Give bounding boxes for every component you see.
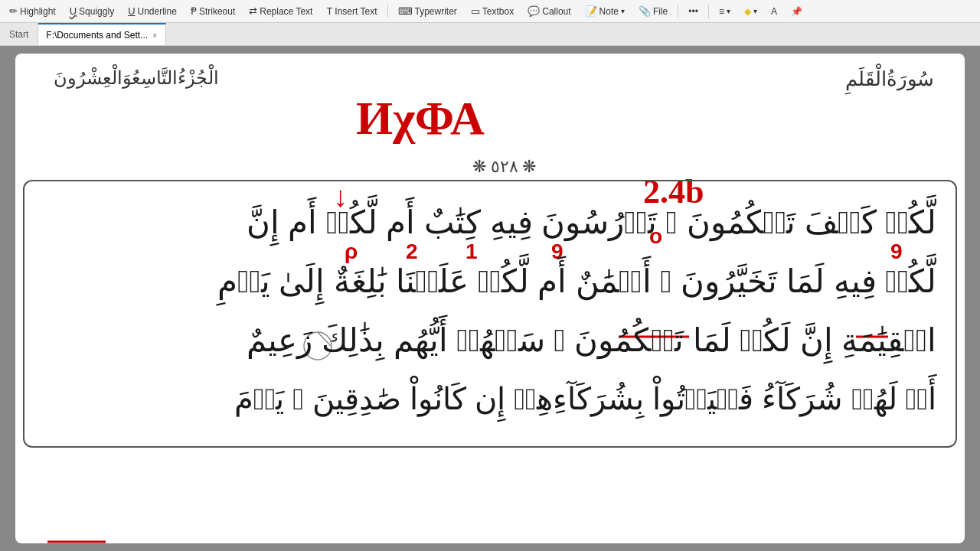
note-icon: 📝: [585, 5, 597, 17]
replace-text-icon: ⇄: [249, 5, 257, 17]
highlight-label: Highlight: [20, 6, 56, 17]
pin-icon: 📌: [791, 6, 802, 17]
note-chevron: ▾: [621, 7, 625, 15]
textbox-icon: ▭: [471, 5, 480, 17]
pin-button[interactable]: 📌: [785, 5, 808, 18]
toolbar-separator-2: [678, 5, 678, 18]
replace-text-label: Replace Text: [260, 6, 312, 17]
arabic-line-2: لَّكُمۡ فِيهِ لَمَا تَخَيَّرُونَ ۞ أَيۡم…: [44, 256, 936, 307]
quran-text-box: لَّكُمۡ كَيۡفَ تَحۡكُمُونَ ۞ تَدۡرُسُونَ…: [23, 180, 957, 448]
list-style-button[interactable]: ≡ ▾: [713, 5, 737, 18]
page-header: سُورَةُالْقَلَمِ الْجُزْءُالتَّاسِعُوَال…: [15, 54, 965, 180]
tab-active[interactable]: F:\Documents and Sett... ×: [38, 23, 165, 45]
squiggly-label: Squiggly: [79, 6, 114, 17]
list-icon: ≡: [719, 6, 724, 17]
callout-icon: 💬: [528, 5, 540, 17]
tab-start[interactable]: Start: [0, 23, 38, 45]
toolbar-separator-3: [708, 5, 709, 18]
color-chevron: ▾: [753, 7, 757, 15]
insert-text-icon: T: [326, 5, 332, 17]
underline-tool[interactable]: U Underline: [122, 4, 183, 18]
note-tool[interactable]: 📝 Note ▾: [579, 4, 631, 18]
arabic-line-4: أَمۡ لَهُمۡ شُرَكَآءُ فَلۡيَأۡتُواْ بِشُ…: [44, 374, 936, 423]
underline-label: Underline: [138, 6, 177, 17]
strikeout-icon: Ᵽ: [191, 5, 197, 17]
highlight-icon: ✏: [9, 5, 18, 17]
arabic-line-3: الۡقِيَٰمَةِ إِنَّ لَكُمۡ لَمَا تَحۡكُمُ…: [44, 315, 936, 366]
replace-text-tool[interactable]: ⇄ Replace Text: [243, 4, 318, 18]
strikeout-label: Strikeout: [199, 6, 235, 17]
ellipsis-icon: •••: [688, 6, 698, 17]
more-tools-button[interactable]: •••: [682, 5, 704, 18]
squiggly-icon: U: [70, 5, 77, 17]
insert-text-tool[interactable]: T Insert Text: [320, 4, 383, 18]
callout-label: Callout: [542, 6, 570, 17]
color-button[interactable]: ◆ ▾: [738, 5, 763, 18]
toolbar-separator-1: [387, 5, 388, 18]
page-number-center: ❋ ٥٢٨ ❋: [472, 157, 536, 176]
textbox-label: Textbox: [482, 6, 514, 17]
insert-text-label: Insert Text: [335, 6, 377, 17]
file-icon: 📎: [639, 5, 651, 17]
textbox-tool[interactable]: ▭ Textbox: [465, 4, 520, 18]
file-label: File: [653, 6, 668, 17]
font-decrease-icon: A: [771, 6, 777, 17]
callout-tool[interactable]: 💬 Callout: [521, 4, 577, 18]
strikeout-tool[interactable]: Ᵽ Strikeout: [185, 4, 241, 18]
file-tool[interactable]: 📎 File: [632, 4, 674, 18]
font-size-decrease[interactable]: A: [765, 5, 783, 18]
color-icon: ◆: [744, 6, 751, 17]
squiggly-tool[interactable]: U Squiggly: [64, 4, 120, 18]
tab-start-label: Start: [9, 29, 28, 40]
typewriter-label: Typewriter: [415, 6, 457, 17]
underline-icon: U: [128, 5, 135, 17]
typewriter-icon: ⌨: [398, 5, 413, 17]
note-label: Note: [599, 6, 619, 17]
tab-filename-label: F:\Documents and Sett...: [46, 30, 148, 41]
typewriter-tool[interactable]: ⌨ Typewriter: [392, 4, 463, 18]
main-content: سُورَةُالْقَلَمِ الْجُزْءُالتَّاسِعُوَال…: [0, 46, 980, 551]
tabs-bar: Start F:\Documents and Sett... ×: [0, 23, 980, 46]
annotation-symbols: ИχΦΑ: [356, 92, 485, 144]
highlight-tool[interactable]: ✏ Highlight: [3, 4, 62, 18]
pdf-page: سُورَةُالْقَلَمِ الْجُزْءُالتَّاسِعُوَال…: [15, 54, 965, 543]
toolbar: ✏ Highlight U Squiggly U Underline Ᵽ Str…: [0, 0, 980, 23]
juz-title: الْجُزْءُالتَّاسِعُوَالْعِشْرُونَ: [54, 67, 219, 89]
surah-title: سُورَةُالْقَلَمِ: [845, 67, 934, 91]
tab-close-button[interactable]: ×: [152, 31, 157, 40]
arabic-line-1: لَّكُمۡ كَيۡفَ تَحۡكُمُونَ ۞ تَدۡرُسُونَ…: [44, 197, 936, 248]
list-chevron: ▾: [727, 7, 730, 15]
